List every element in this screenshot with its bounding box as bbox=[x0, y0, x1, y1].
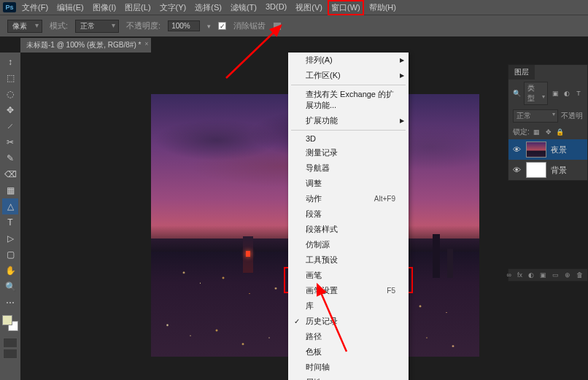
menu-item-5[interactable]: 选择(S) bbox=[192, 1, 225, 15]
footer-icon-5[interactable]: ⊕ bbox=[565, 271, 570, 279]
lock-pixels-icon[interactable]: ▦ bbox=[533, 128, 541, 136]
color-swatches[interactable] bbox=[2, 315, 18, 331]
menu-entry-10[interactable]: 动作Alt+F9 bbox=[288, 191, 409, 206]
menu-item-8[interactable]: 视图(V) bbox=[293, 1, 325, 15]
tool-12[interactable]: ▢ bbox=[2, 247, 18, 263]
footer-icon-2[interactable]: ◐ bbox=[528, 271, 534, 279]
app-icon: Ps bbox=[3, 2, 16, 12]
panel-footer-bar: ∞fx◐▣▭⊕🗑 bbox=[508, 268, 588, 282]
menu-entry-19[interactable]: 路径 bbox=[288, 329, 409, 344]
antialias-label: 消除锯齿 bbox=[233, 20, 266, 31]
mode-label: 模式: bbox=[50, 20, 68, 31]
layer-name: 背景 bbox=[551, 165, 567, 176]
menu-entry-7[interactable]: 测量记录 bbox=[288, 145, 409, 160]
layers-panel: 图层 🔍 类型 ▣ ◐ T 正常 不透明 锁定: ▦ ✥ 🔒 👁夜景👁背景 bbox=[508, 64, 588, 181]
layer-row-1[interactable]: 👁背景 bbox=[508, 160, 587, 180]
footer-icon-3[interactable]: ▣ bbox=[540, 271, 546, 279]
visibility-icon[interactable]: 👁 bbox=[511, 145, 522, 154]
filter-pixel-icon[interactable]: ▣ bbox=[551, 89, 560, 98]
menu-entry-15[interactable]: 画笔 bbox=[288, 268, 409, 283]
main-area: ↕⬚◌✥⟋✂✎⌫▦△T▷▢✋🔍⋯ 排列(A)▶工作区(K)▶查找有关 Excha… bbox=[0, 53, 588, 380]
menu-entry-6[interactable]: 3D bbox=[288, 132, 409, 145]
layer-blend-select[interactable]: 正常 bbox=[513, 109, 558, 123]
menu-item-4[interactable]: 文字(Y) bbox=[157, 1, 190, 15]
menu-entry-1[interactable]: 工作区(K)▶ bbox=[288, 68, 409, 83]
footer-icon-4[interactable]: ▭ bbox=[552, 271, 559, 279]
document-tab[interactable]: 未标题-1 @ 100% (夜景, RGB/8#) * × bbox=[20, 38, 151, 53]
menu-entry-16[interactable]: 画笔设置F5 bbox=[288, 283, 409, 298]
tool-5[interactable]: ✂ bbox=[2, 134, 18, 150]
menu-item-10[interactable]: 帮助(H) bbox=[366, 1, 399, 15]
menu-item-0[interactable]: 文件(F) bbox=[19, 1, 51, 15]
menu-entry-12[interactable]: 段落样式 bbox=[288, 222, 409, 237]
menu-entry-18[interactable]: ✓历史记录 bbox=[288, 314, 409, 329]
lock-position-icon[interactable]: ✥ bbox=[544, 128, 553, 136]
tool-preset-select[interactable]: 像素 bbox=[7, 20, 42, 33]
layers-panel-tab[interactable]: 图层 bbox=[508, 65, 535, 80]
tool-15[interactable]: ⋯ bbox=[2, 295, 18, 311]
tool-11[interactable]: ▷ bbox=[2, 230, 18, 247]
options-bar: 像素 模式: 正常 不透明度: 100% ▾ 消除锯齿 bbox=[0, 15, 588, 36]
menu-entry-0[interactable]: 排列(A)▶ bbox=[288, 53, 409, 68]
menu-entry-21[interactable]: 时间轴 bbox=[288, 360, 409, 375]
window-menu-dropdown: 排列(A)▶工作区(K)▶查找有关 Exchange 的扩展功能...扩展功能▶… bbox=[288, 53, 409, 380]
foreground-swatch[interactable] bbox=[2, 315, 12, 325]
menu-item-3[interactable]: 图层(L) bbox=[122, 1, 153, 15]
tool-1[interactable]: ⬚ bbox=[2, 70, 18, 86]
close-icon[interactable]: × bbox=[144, 40, 148, 47]
tool-9[interactable]: △ bbox=[2, 198, 18, 214]
visibility-icon[interactable]: 👁 bbox=[511, 166, 522, 174]
tool-14[interactable]: 🔍 bbox=[2, 279, 18, 295]
menu-entry-11[interactable]: 段落 bbox=[288, 206, 409, 222]
menu-item-9[interactable]: 窗口(W) bbox=[328, 1, 363, 15]
document-title: 未标题-1 @ 100% (夜景, RGB/8#) * bbox=[26, 41, 141, 49]
menu-entry-20[interactable]: 色板 bbox=[288, 344, 409, 360]
menubar: Ps 文件(F)编辑(E)图像(I)图层(L)文字(Y)选择(S)滤镜(T)3D… bbox=[0, 0, 588, 15]
tool-13[interactable]: ✋ bbox=[2, 263, 18, 279]
tool-6[interactable]: ✎ bbox=[2, 150, 18, 166]
layer-opacity-label: 不透明 bbox=[561, 111, 583, 121]
tool-2[interactable]: ◌ bbox=[2, 86, 18, 102]
screenmode-button[interactable] bbox=[3, 349, 18, 359]
tool-0[interactable]: ↕ bbox=[2, 54, 18, 70]
menu-entry-13[interactable]: 仿制源 bbox=[288, 237, 409, 252]
menu-entry-14[interactable]: 工具预设 bbox=[288, 252, 409, 268]
tool-8[interactable]: ▦ bbox=[2, 182, 18, 198]
menu-entry-3[interactable]: 查找有关 Exchange 的扩展功能... bbox=[288, 87, 409, 113]
layer-row-0[interactable]: 👁夜景 bbox=[508, 139, 587, 160]
quickmask-group bbox=[2, 337, 18, 360]
quickmask-button[interactable] bbox=[3, 338, 18, 348]
menu-entry-8[interactable]: 导航器 bbox=[288, 160, 409, 176]
menu-entry-17[interactable]: 库 bbox=[288, 298, 409, 314]
document-tabs: 未标题-1 @ 100% (夜景, RGB/8#) * × bbox=[0, 36, 588, 53]
fill-swatch[interactable] bbox=[273, 22, 282, 31]
lock-all-icon[interactable]: 🔒 bbox=[556, 128, 565, 136]
opacity-input[interactable]: 100% bbox=[168, 20, 200, 31]
layer-thumbnail[interactable] bbox=[526, 141, 546, 158]
menu-entry-4[interactable]: 扩展功能▶ bbox=[288, 113, 409, 128]
menu-item-6[interactable]: 滤镜(T) bbox=[228, 1, 260, 15]
footer-icon-6[interactable]: 🗑 bbox=[576, 271, 583, 279]
blend-mode-select[interactable]: 正常 bbox=[75, 20, 119, 33]
layer-name: 夜景 bbox=[551, 144, 567, 155]
menu-item-7[interactable]: 3D(D) bbox=[263, 1, 290, 15]
filter-adjust-icon[interactable]: ◐ bbox=[562, 89, 571, 98]
tool-4[interactable]: ⟋ bbox=[2, 118, 18, 134]
tools-panel: ↕⬚◌✥⟋✂✎⌫▦△T▷▢✋🔍⋯ bbox=[0, 53, 20, 380]
right-panel-dock: 图层 🔍 类型 ▣ ◐ T 正常 不透明 锁定: ▦ ✥ 🔒 👁夜景👁背景 ∞f… bbox=[508, 64, 588, 282]
footer-icon-0[interactable]: ∞ bbox=[507, 271, 511, 279]
menu-item-2[interactable]: 图像(I) bbox=[90, 1, 119, 15]
antialias-checkbox[interactable] bbox=[218, 22, 226, 30]
tool-10[interactable]: T bbox=[2, 214, 18, 230]
layer-filter-select[interactable]: 类型 bbox=[524, 82, 548, 105]
footer-icon-1[interactable]: fx bbox=[517, 271, 522, 279]
layer-thumbnail[interactable] bbox=[526, 162, 546, 178]
opacity-label: 不透明度: bbox=[126, 20, 160, 31]
menu-entry-22[interactable]: 属性 bbox=[288, 375, 409, 380]
tool-3[interactable]: ✥ bbox=[2, 102, 18, 118]
lock-label: 锁定: bbox=[513, 127, 530, 137]
tool-7[interactable]: ⌫ bbox=[2, 166, 18, 182]
filter-type-icon[interactable]: T bbox=[574, 89, 583, 98]
menu-item-1[interactable]: 编辑(E) bbox=[54, 1, 87, 15]
menu-entry-9[interactable]: 调整 bbox=[288, 176, 409, 191]
